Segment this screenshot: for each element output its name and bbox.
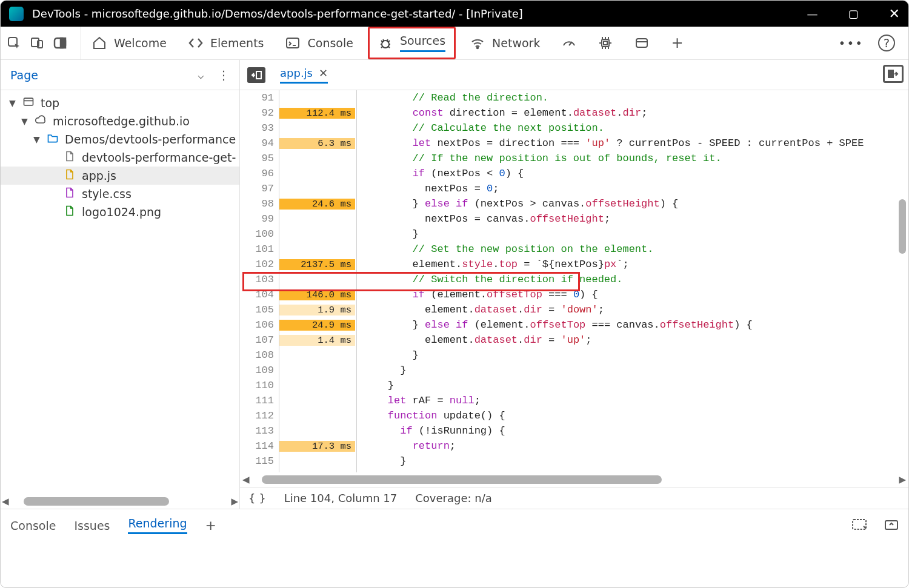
memory-tab-icon[interactable]	[587, 27, 624, 59]
devtools-tab-bar: Welcome Elements Console Sources Network…	[1, 27, 908, 60]
line-gutter: 9192112.4 ms93946.3 ms9596979824.6 ms991…	[240, 90, 357, 472]
svg-rect-9	[604, 41, 607, 45]
cursor-location: Line 104, Column 17	[284, 492, 398, 504]
page-pane-tab[interactable]: Page	[10, 68, 38, 82]
svg-rect-13	[888, 70, 893, 78]
dock-icon[interactable]	[53, 36, 67, 50]
console-icon	[285, 36, 300, 50]
document-icon	[64, 150, 76, 165]
tree-file-appjs[interactable]: app.js	[1, 167, 239, 185]
tree-file-html[interactable]: devtools-performance-get-	[1, 148, 239, 167]
close-tab-icon[interactable]: ✕	[319, 67, 328, 79]
editor-file-tab[interactable]: app.js ✕	[280, 67, 328, 84]
tree-origin[interactable]: ▼ microsoftedge.github.io	[1, 112, 239, 130]
window-icon	[634, 36, 649, 50]
editor-hscroll[interactable]: ◀▶	[240, 472, 908, 487]
elements-tab[interactable]: Elements	[178, 27, 275, 59]
svg-rect-12	[256, 71, 261, 79]
more-menu[interactable]: •••	[839, 36, 864, 50]
welcome-tab[interactable]: Welcome	[81, 27, 178, 59]
tree-file-css[interactable]: style.css	[1, 185, 239, 203]
debugger-toggle-icon[interactable]	[883, 65, 904, 83]
app-icon	[9, 7, 24, 21]
drawer-issues-tab[interactable]: Issues	[74, 519, 110, 532]
close-button[interactable]: ✕	[889, 6, 900, 21]
code-area[interactable]: // Read the direction. const direction =…	[357, 90, 908, 472]
application-tab-icon[interactable]	[624, 27, 660, 59]
editor-vscroll[interactable]	[899, 199, 906, 254]
network-tab[interactable]: Network	[459, 27, 551, 59]
drawer-bar: Console Issues Rendering +	[1, 509, 908, 541]
title-bar: DevTools - microsoftedge.github.io/Demos…	[1, 1, 908, 27]
svg-rect-5	[287, 38, 299, 48]
css-file-icon	[64, 187, 76, 201]
pretty-print-button[interactable]: { }	[248, 492, 266, 504]
drawer-add-tab[interactable]: +	[205, 518, 216, 533]
editor-status-bar: { } Line 104, Column 17 Coverage: n/a	[240, 487, 908, 509]
navigator-toggle-icon[interactable]	[247, 67, 265, 83]
bug-icon	[378, 36, 393, 50]
window-title: DevTools - microsoftedge.github.io/Demos…	[32, 7, 523, 20]
elements-icon	[188, 36, 203, 50]
editor-panel: app.js ✕ 9192112.4 ms93946.3 ms959697982…	[240, 60, 908, 509]
expand-drawer-icon[interactable]	[884, 518, 899, 533]
gauge-icon	[562, 36, 576, 50]
file-tree: ▼ top ▼ microsoftedge.github.io ▼ Demos/…	[1, 90, 239, 221]
help-button[interactable]: ?	[878, 35, 895, 51]
svg-rect-10	[636, 39, 647, 47]
device-toggle-icon[interactable]	[30, 36, 44, 50]
chip-icon	[598, 36, 613, 50]
maximize-button[interactable]: ▢	[848, 7, 859, 20]
navigator-hscroll[interactable]: ◀▶	[1, 494, 239, 509]
console-tab[interactable]: Console	[275, 27, 364, 59]
frame-icon	[22, 96, 35, 110]
wifi-icon	[470, 36, 485, 50]
pane-more-icon[interactable]: ⋮	[218, 68, 230, 82]
minimize-button[interactable]: —	[807, 7, 818, 20]
sources-tab[interactable]: Sources	[368, 27, 456, 59]
tree-file-png[interactable]: logo1024.png	[1, 203, 239, 221]
navigator-panel: Page ⌵ ⋮ ▼ top ▼ microsoftedge.github.io…	[1, 60, 240, 509]
svg-rect-11	[24, 98, 33, 105]
pane-dropdown-icon[interactable]: ⌵	[198, 68, 204, 81]
screenshot-icon[interactable]	[851, 518, 867, 533]
inspect-icon[interactable]	[7, 36, 21, 50]
svg-rect-8	[602, 39, 609, 47]
image-file-icon	[64, 205, 76, 219]
svg-rect-14	[853, 520, 866, 529]
svg-point-7	[477, 47, 478, 48]
home-icon	[92, 36, 107, 50]
coverage-status: Coverage: n/a	[415, 492, 492, 504]
svg-rect-4	[61, 38, 65, 48]
tree-folder[interactable]: ▼ Demos/devtools-performance	[1, 130, 239, 148]
svg-rect-15	[885, 521, 897, 529]
drawer-rendering-tab[interactable]: Rendering	[128, 517, 187, 534]
cloud-icon	[35, 114, 47, 128]
folder-icon	[47, 132, 59, 147]
tree-top[interactable]: ▼ top	[1, 94, 239, 112]
performance-tab-icon[interactable]	[551, 27, 587, 59]
js-file-icon	[64, 168, 76, 183]
drawer-console-tab[interactable]: Console	[10, 519, 56, 532]
add-tab[interactable]: +	[660, 27, 694, 59]
